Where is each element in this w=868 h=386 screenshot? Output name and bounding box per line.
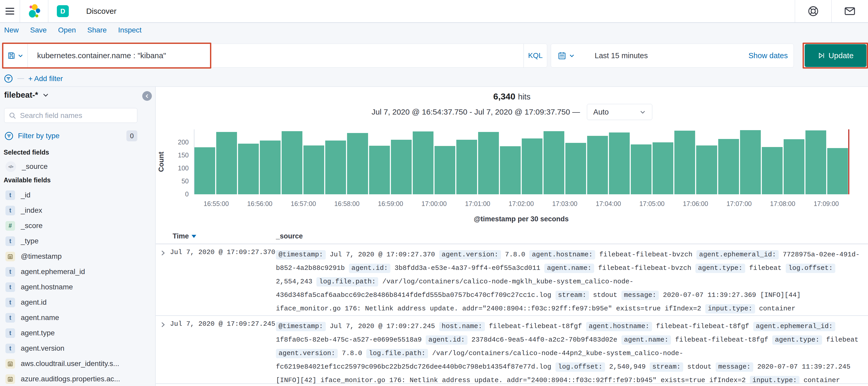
field-key[interactable]: agent.hostname:: [529, 250, 595, 260]
filter-icon[interactable]: [4, 74, 13, 83]
bar-16:59:00[interactable]: [391, 140, 412, 194]
menu-icon[interactable]: [5, 8, 14, 14]
bar-17:06:00[interactable]: [696, 145, 717, 194]
add-filter-link[interactable]: + Add filter: [28, 75, 63, 83]
field-key[interactable]: log.offset:: [556, 362, 605, 372]
bar-17:06:30[interactable]: [718, 139, 739, 194]
bar-16:55:30[interactable]: [238, 144, 259, 194]
field-key[interactable]: agent.version:: [439, 250, 501, 260]
discover-app-badge[interactable]: D: [57, 5, 69, 17]
field-key[interactable]: agent.ephemeral_id:: [753, 322, 835, 331]
field-key[interactable]: stream:: [556, 291, 589, 300]
filter-by-type-row[interactable]: Filter by type 0: [4, 130, 137, 141]
bar-16:56:30[interactable]: [282, 131, 302, 194]
field-item-azure.auditlogs.properties.ac...[interactable]: azure.auditlogs.properties.ac...: [5, 373, 120, 385]
bar-17:08:00[interactable]: [784, 139, 804, 194]
field-key[interactable]: input.type:: [750, 376, 800, 384]
field-item-@timestamp[interactable]: @timestamp: [5, 250, 62, 263]
bar-17:00:30[interactable]: [456, 140, 477, 194]
field-item-aws.cloudtrail.user_identity.s...[interactable]: aws.cloudtrail.user_identity.s...: [5, 357, 119, 370]
field-key[interactable]: log.offset:: [786, 264, 836, 273]
doc-row-time[interactable]: Jul 7, 2020 @ 17:09:27.370: [170, 248, 275, 256]
bar-16:54:30[interactable]: [194, 147, 215, 194]
update-button[interactable]: Update: [805, 44, 866, 67]
field-key[interactable]: @timestamp:: [276, 322, 326, 331]
index-pattern-selector[interactable]: filebeat-*: [4, 90, 49, 100]
field-key[interactable]: log.file.path:: [316, 277, 378, 287]
bar-16:57:30[interactable]: [325, 141, 346, 194]
bar-16:59:30[interactable]: [413, 131, 433, 194]
expand-row-button[interactable]: [160, 322, 166, 329]
help-button[interactable]: [795, 0, 831, 23]
field-item-agent.ephemeral_id[interactable]: tagent.ephemeral_id: [5, 265, 85, 278]
query-input[interactable]: [28, 44, 524, 67]
page-title: Discover: [86, 7, 117, 16]
bar-16:58:30[interactable]: [369, 146, 390, 194]
saved-query-menu-button[interactable]: [3, 44, 28, 67]
field-key[interactable]: agent.id:: [426, 335, 467, 345]
field-key[interactable]: agent.type:: [695, 264, 745, 273]
bar-16:56:00[interactable]: [260, 141, 281, 194]
bar-17:00:00[interactable]: [435, 146, 455, 194]
field-key[interactable]: agent.ephemeral_id:: [696, 250, 778, 260]
bar-17:01:30[interactable]: [500, 146, 521, 194]
field-item-_score[interactable]: #_score: [5, 219, 42, 232]
bar-17:05:00[interactable]: [653, 142, 673, 194]
field-key[interactable]: stream:: [650, 362, 683, 372]
collapse-sidebar-button[interactable]: [142, 91, 152, 101]
field-item-agent.id[interactable]: tagent.id: [5, 296, 47, 309]
field-item-agent.version[interactable]: tagent.version: [5, 342, 64, 355]
bar-17:03:30[interactable]: [587, 136, 608, 194]
bar-17:02:00[interactable]: [522, 139, 542, 194]
interval-select[interactable]: Auto: [587, 104, 652, 120]
bar-17:05:30[interactable]: [674, 131, 695, 194]
field-key[interactable]: agent.name:: [621, 335, 671, 345]
nav-link-new[interactable]: New: [4, 26, 19, 34]
field-key[interactable]: agent.id:: [349, 264, 391, 273]
field-key[interactable]: agent.type:: [772, 335, 822, 345]
field-key[interactable]: message:: [621, 291, 659, 300]
field-item-_type[interactable]: t_type: [5, 235, 39, 247]
field-key[interactable]: host.name:: [439, 322, 485, 331]
newsfeed-button[interactable]: [832, 0, 868, 23]
field-item-_index[interactable]: t_index: [5, 204, 42, 217]
date-quick-select-button[interactable]: [551, 44, 581, 67]
doc-row-time[interactable]: Jul 7, 2020 @ 17:09:27.245: [170, 320, 275, 328]
nav-link-share[interactable]: Share: [87, 26, 107, 34]
query-language-button[interactable]: KQL: [524, 44, 547, 67]
bar-17:09:00[interactable]: [827, 148, 848, 194]
field-key[interactable]: agent.hostname:: [586, 322, 652, 331]
field-key[interactable]: input.type:: [705, 304, 755, 314]
field-key[interactable]: @timestamp:: [276, 250, 326, 260]
bar-17:07:30[interactable]: [762, 147, 783, 194]
bar-16:57:00[interactable]: [304, 145, 324, 194]
bar-17:01:00[interactable]: [478, 132, 499, 194]
show-dates-link[interactable]: Show dates: [748, 52, 788, 60]
bar-17:07:00[interactable]: [740, 130, 761, 194]
bar-16:58:00[interactable]: [347, 133, 368, 194]
histogram-chart[interactable]: Count 050100150200 16:55:0016:56:0016:57…: [194, 129, 848, 194]
bar-17:02:30[interactable]: [544, 131, 564, 194]
field-item-agent.name[interactable]: tagent.name: [5, 311, 59, 324]
elastic-logo[interactable]: [20, 0, 48, 23]
field-item-_id[interactable]: t_id: [5, 188, 30, 202]
expand-row-button[interactable]: [160, 250, 166, 257]
field-item-_source[interactable]: </>_source: [5, 160, 48, 173]
field-key[interactable]: log.file.path:: [366, 349, 428, 358]
column-header-time[interactable]: Time: [173, 232, 196, 240]
nav-link-save[interactable]: Save: [30, 26, 47, 34]
field-key[interactable]: agent.version:: [276, 349, 338, 358]
field-key[interactable]: message:: [716, 362, 753, 372]
field-item-agent.hostname[interactable]: tagent.hostname: [5, 280, 73, 294]
field-search-input[interactable]: [20, 112, 129, 120]
field-item-agent.type[interactable]: tagent.type: [5, 327, 55, 339]
bar-17:03:00[interactable]: [565, 143, 586, 194]
time-range-value[interactable]: Last 15 minutes: [595, 52, 648, 60]
nav-link-open[interactable]: Open: [58, 26, 76, 34]
bar-17:04:00[interactable]: [609, 132, 630, 194]
bar-16:55:00[interactable]: [216, 132, 237, 194]
field-key[interactable]: agent.name:: [544, 264, 594, 273]
bar-17:08:30[interactable]: [805, 130, 826, 194]
bar-17:04:30[interactable]: [631, 144, 652, 194]
nav-link-inspect[interactable]: Inspect: [118, 26, 142, 34]
